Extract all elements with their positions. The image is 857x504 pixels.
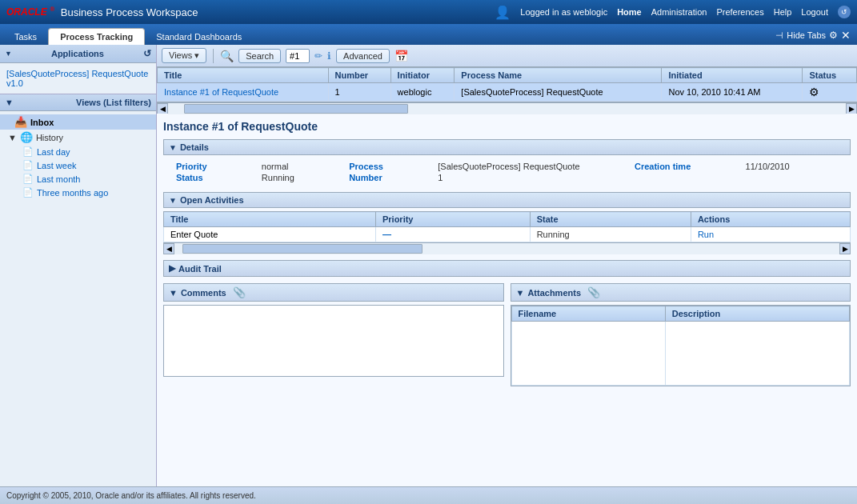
applications-collapse-icon: ▼ bbox=[5, 50, 12, 58]
act-col-title: Title bbox=[164, 212, 376, 227]
header: ORACLE ® Business Process Workspace 👤 Lo… bbox=[0, 0, 857, 24]
sidebar-item-last-month[interactable]: 📄 Last month bbox=[0, 172, 156, 186]
home-link[interactable]: Home bbox=[617, 7, 642, 17]
col-title: Title bbox=[158, 68, 329, 83]
attachments-header-row: Filename Description bbox=[511, 306, 850, 322]
act-hscroll-track[interactable] bbox=[174, 243, 839, 254]
table-row[interactable]: Instance #1 of RequestQuote 1 weblogic [… bbox=[158, 83, 857, 102]
sidebar-views-content: 📥 Inbox ▼ 🌐 History 📄 Last day 📄 Last we… bbox=[0, 111, 156, 202]
open-activities-header[interactable]: ▼ Open Activities bbox=[163, 192, 851, 208]
tabs-bar: Tasks Process Tracking Standard Dashboar… bbox=[0, 24, 857, 45]
col-initiated: Initiated bbox=[662, 68, 803, 83]
history-icon: 🌐 bbox=[20, 131, 33, 143]
hide-tabs-button[interactable]: ⊣ Hide Tabs ⚙ ✕ bbox=[775, 29, 857, 45]
audit-trail-section: ▶ Audit Trail bbox=[163, 260, 851, 277]
row-initiator: weblogic bbox=[390, 83, 455, 102]
sidebar-item-last-week[interactable]: 📄 Last week bbox=[0, 158, 156, 172]
three-months-icon: 📄 bbox=[22, 187, 34, 198]
administration-link[interactable]: Administration bbox=[651, 7, 707, 17]
hscroll-right-btn[interactable]: ▶ bbox=[846, 103, 857, 114]
header-right: 👤 Logged in as weblogic Home Administrat… bbox=[495, 5, 851, 20]
sidebar-item-last-day[interactable]: 📄 Last day bbox=[0, 145, 156, 158]
sidebar-apps: [SalesQuoteProcess] RequestQuote v1.0 bbox=[0, 63, 156, 94]
col-number: Number bbox=[328, 68, 390, 83]
row-number: 1 bbox=[328, 83, 390, 102]
sidebar-item-inbox[interactable]: 📥 Inbox bbox=[0, 114, 156, 130]
status-value: Running bbox=[262, 173, 342, 182]
footer: Copyright © 2005, 2010, Oracle and/or it… bbox=[0, 486, 857, 504]
act-hscroll-right-btn[interactable]: ▶ bbox=[839, 243, 851, 254]
content-area: Views ▾ 🔍 Search ✏ ℹ Advanced 📅 Title Nu… bbox=[157, 45, 857, 486]
comments-box[interactable] bbox=[163, 305, 504, 377]
col-process-name: Process Name bbox=[455, 68, 662, 83]
priority-label: Priority bbox=[176, 162, 255, 171]
activity-action[interactable]: Run bbox=[691, 227, 850, 242]
search-icon: 🔍 bbox=[220, 50, 234, 62]
search-button[interactable]: Search bbox=[238, 49, 281, 63]
details-grid: Priority normal Process [SalesQuoteProce… bbox=[163, 158, 851, 186]
hscroll-track[interactable] bbox=[168, 103, 846, 114]
hide-tabs-label: Hide Tabs bbox=[787, 30, 826, 40]
col-status: Status bbox=[803, 68, 857, 83]
tab-tasks[interactable]: Tasks bbox=[3, 29, 48, 45]
tab-process-tracking[interactable]: Process Tracking bbox=[48, 28, 145, 45]
tab-standard-dashboards[interactable]: Standard Dashboards bbox=[145, 29, 253, 45]
add-attachment-icon[interactable]: 📎 bbox=[587, 286, 600, 298]
att-col-description: Description bbox=[665, 306, 849, 322]
sidebar-item-history[interactable]: ▼ 🌐 History bbox=[0, 130, 156, 145]
row-title[interactable]: Instance #1 of RequestQuote bbox=[158, 83, 329, 102]
search-input[interactable] bbox=[286, 49, 310, 63]
views-button[interactable]: Views ▾ bbox=[162, 48, 206, 63]
views-section-header[interactable]: ▼ Views (List filters) bbox=[0, 94, 156, 111]
edit-icon: ✏ bbox=[314, 50, 322, 62]
applications-refresh-icon[interactable]: ↺ bbox=[143, 48, 151, 59]
details-expand-icon: ▼ bbox=[169, 143, 177, 152]
row-process-name: [SalesQuoteProcess] RequestQuote bbox=[455, 83, 662, 102]
details-section-header[interactable]: ▼ Details bbox=[163, 139, 851, 155]
activities-hscroll: ◀ ▶ bbox=[163, 242, 851, 254]
hscroll-thumb[interactable] bbox=[184, 104, 408, 114]
act-col-actions: Actions bbox=[691, 212, 850, 227]
logout-link[interactable]: Logout bbox=[801, 7, 828, 17]
hscroll-left-btn[interactable]: ◀ bbox=[157, 103, 168, 114]
priority-value: normal bbox=[262, 162, 342, 171]
run-action-link[interactable]: Run bbox=[698, 230, 714, 239]
applications-label: Applications bbox=[51, 49, 104, 58]
table-header-row: Title Number Initiator Process Name Init… bbox=[158, 68, 857, 83]
applications-section-header[interactable]: ▼ Applications ↺ bbox=[0, 45, 156, 63]
comments-section: ▼ Comments 📎 bbox=[163, 283, 504, 386]
number-value: 1 bbox=[438, 173, 628, 182]
history-label: History bbox=[36, 133, 63, 142]
open-activities-label: Open Activities bbox=[180, 195, 244, 205]
instance-link[interactable]: Instance #1 of RequestQuote bbox=[164, 87, 278, 97]
attachments-section: ▼ Attachments 📎 Filename Description bbox=[511, 283, 851, 386]
close-icon[interactable]: ✕ bbox=[841, 29, 851, 42]
history-expand-icon: ▼ bbox=[8, 133, 17, 142]
comments-label: Comments bbox=[181, 288, 226, 298]
process-table: Title Number Initiator Process Name Init… bbox=[157, 67, 857, 102]
act-hscroll-thumb[interactable] bbox=[182, 244, 422, 254]
sidebar-item-salesquote[interactable]: [SalesQuoteProcess] RequestQuote v1.0 bbox=[0, 66, 156, 90]
preferences-link[interactable]: Preferences bbox=[716, 7, 763, 17]
advanced-button[interactable]: Advanced bbox=[336, 49, 390, 63]
header-left: ORACLE ® Business Process Workspace bbox=[6, 6, 198, 18]
sidebar-app-label: [SalesQuoteProcess] RequestQuote v1.0 bbox=[6, 69, 148, 88]
activity-row: Enter Quote — Running Run bbox=[164, 227, 851, 242]
sidebar-item-three-months[interactable]: 📄 Three months ago bbox=[0, 186, 156, 199]
act-hscroll-left-btn[interactable]: ◀ bbox=[163, 243, 174, 254]
main-layout: ▼ Applications ↺ [SalesQuoteProcess] Req… bbox=[0, 45, 857, 486]
detail-title: Instance #1 of RequestQuote bbox=[163, 120, 851, 133]
activities-table: Title Priority State Actions Enter Quote… bbox=[163, 211, 851, 242]
act-col-priority: Priority bbox=[375, 212, 530, 227]
status-label: Status bbox=[176, 173, 255, 182]
three-months-label: Three months ago bbox=[37, 188, 108, 198]
user-icon: 👤 bbox=[495, 5, 511, 20]
help-link[interactable]: Help bbox=[774, 7, 792, 17]
attachments-header: ▼ Attachments 📎 bbox=[511, 283, 851, 302]
att-empty-filename bbox=[511, 322, 665, 386]
attachments-empty-row bbox=[511, 322, 850, 386]
audit-trail-header[interactable]: ▶ Audit Trail bbox=[163, 260, 851, 277]
last-month-icon: 📄 bbox=[22, 174, 34, 184]
add-comment-icon[interactable]: 📎 bbox=[233, 286, 246, 298]
priority-dash-icon: — bbox=[382, 230, 391, 239]
